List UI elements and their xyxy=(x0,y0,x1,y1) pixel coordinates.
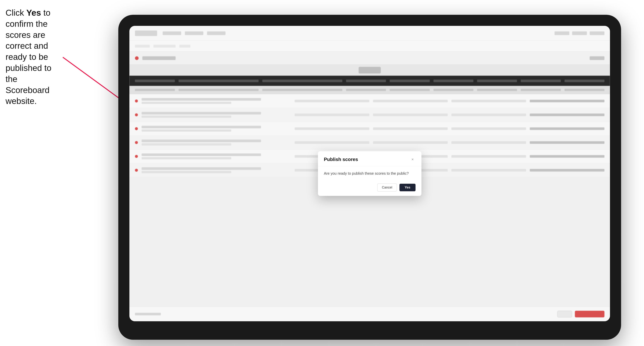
instruction-yes: Yes xyxy=(26,8,41,17)
instruction-suffix: to confirm the scores are correct and re… xyxy=(6,8,52,106)
instruction-prefix: Click xyxy=(6,8,26,17)
tablet-screen: Publish scores × Are you ready to publis… xyxy=(130,26,610,321)
instruction-text: Click Yes to confirm the scores are corr… xyxy=(6,7,57,107)
dialog-cancel-button[interactable]: Cancel xyxy=(377,183,397,191)
dialog-confirm-button[interactable]: Yes xyxy=(400,184,416,191)
tablet-device: Publish scores × Are you ready to publis… xyxy=(118,15,621,340)
publish-scores-dialog: Publish scores × Are you ready to publis… xyxy=(318,151,422,196)
dialog-footer: Cancel Yes xyxy=(318,180,422,196)
dialog-close-button[interactable]: × xyxy=(410,156,416,162)
dialog-message: Are you ready to publish these scores to… xyxy=(324,171,409,175)
modal-overlay: Publish scores × Are you ready to publis… xyxy=(130,26,610,321)
dialog-body: Are you ready to publish these scores to… xyxy=(318,166,422,180)
dialog-header: Publish scores × xyxy=(318,151,422,166)
dialog-title: Publish scores xyxy=(324,157,358,162)
